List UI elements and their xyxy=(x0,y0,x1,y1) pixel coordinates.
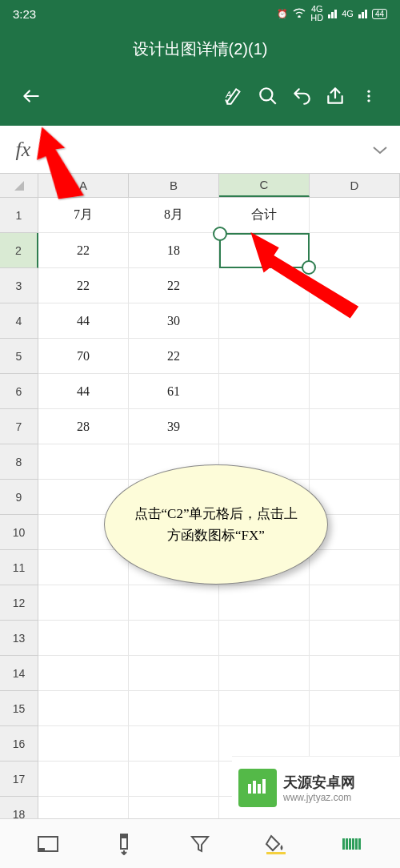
document-title: 设计出图详情(2)(1) xyxy=(0,27,400,71)
instruction-callout: 点击“C2”单元格后，点击上方函数图标“FX” xyxy=(104,464,328,585)
svg-point-4 xyxy=(367,99,370,102)
status-bar: 3:23 ⏰ 4GHD 4G 44 xyxy=(0,0,400,27)
app-header: 设计出图详情(2)(1) A xyxy=(0,27,400,126)
signal-2 xyxy=(328,10,337,18)
row-1: 17月8月合计 xyxy=(0,198,400,233)
svg-rect-20 xyxy=(355,838,358,850)
cell-a3[interactable]: 22 xyxy=(38,268,129,303)
share-button[interactable] xyxy=(318,79,352,113)
svg-point-3 xyxy=(367,94,370,97)
row-2: 22218 xyxy=(0,233,400,268)
svg-rect-21 xyxy=(358,838,361,850)
cell-a6[interactable]: 44 xyxy=(38,374,129,409)
cell-a7[interactable]: 28 xyxy=(38,409,129,444)
edit-style-button[interactable]: A xyxy=(218,79,251,113)
alarm-icon: ⏰ xyxy=(277,9,288,19)
svg-text:A: A xyxy=(225,90,231,99)
callout-text: 点击“C2”单元格后，点击上方函数图标“FX” xyxy=(133,503,299,546)
row-3: 32222 xyxy=(0,268,400,303)
cell-b3[interactable]: 22 xyxy=(129,268,219,303)
sheet-view-button[interactable] xyxy=(30,826,66,862)
signal-3: 4G xyxy=(342,9,354,18)
watermark-logo-icon xyxy=(238,769,277,807)
watermark: 天源安卓网 www.jytyaz.com xyxy=(232,756,400,818)
search-button[interactable] xyxy=(251,79,285,113)
svg-rect-7 xyxy=(248,784,251,794)
fill-color-button[interactable] xyxy=(258,826,294,862)
svg-rect-12 xyxy=(38,848,45,851)
svg-rect-17 xyxy=(346,838,348,850)
toolbar: A xyxy=(0,71,400,126)
row-12: 12 xyxy=(0,585,400,621)
svg-rect-16 xyxy=(342,838,345,850)
col-header-b[interactable]: B xyxy=(129,174,219,197)
cell-b1[interactable]: 8月 xyxy=(129,198,219,233)
signal-4 xyxy=(358,10,367,18)
undo-button[interactable] xyxy=(285,79,318,113)
cell-b6[interactable]: 61 xyxy=(129,374,219,409)
col-header-d[interactable]: D xyxy=(310,174,400,197)
status-right: ⏰ 4GHD 4G 44 xyxy=(277,5,387,22)
svg-rect-9 xyxy=(258,784,261,794)
select-all-corner[interactable] xyxy=(0,174,38,197)
row-14: 14 xyxy=(0,656,400,691)
row-13: 13 xyxy=(0,621,400,656)
keyboard-button[interactable] xyxy=(334,826,370,862)
svg-rect-8 xyxy=(253,781,256,794)
cell-d2[interactable] xyxy=(310,233,400,268)
svg-rect-14 xyxy=(121,834,127,838)
svg-rect-19 xyxy=(352,838,354,850)
cell-c1[interactable]: 合计 xyxy=(219,198,310,233)
watermark-title: 天源安卓网 xyxy=(283,773,355,792)
cell-a2[interactable]: 22 xyxy=(38,233,129,268)
row-7: 72839 xyxy=(0,409,400,444)
bottom-toolbar xyxy=(0,818,400,868)
svg-rect-18 xyxy=(349,838,351,850)
cell-a1[interactable]: 7月 xyxy=(38,198,129,233)
col-header-c[interactable]: C xyxy=(219,174,310,197)
watermark-url: www.jytyaz.com xyxy=(283,792,355,803)
svg-rect-15 xyxy=(266,852,286,854)
status-time: 3:23 xyxy=(13,7,36,21)
expand-formula-button[interactable] xyxy=(360,144,400,155)
signal-1: 4GHD xyxy=(310,5,323,22)
column-sort-button[interactable] xyxy=(106,826,142,862)
row-5: 57022 xyxy=(0,339,400,374)
more-button[interactable] xyxy=(352,79,386,113)
battery-indicator: 44 xyxy=(372,9,387,19)
wifi-icon xyxy=(293,8,306,19)
row-15: 15 xyxy=(0,691,400,726)
cell-c2[interactable] xyxy=(219,233,310,268)
formula-bar: fx xyxy=(0,126,400,174)
cell-b4[interactable]: 30 xyxy=(129,303,219,339)
svg-point-2 xyxy=(367,90,370,93)
cell-b5[interactable]: 22 xyxy=(129,339,219,374)
row-4: 44430 xyxy=(0,303,400,339)
svg-rect-10 xyxy=(262,779,266,794)
filter-button[interactable] xyxy=(182,826,218,862)
cell-a5[interactable]: 70 xyxy=(38,339,129,374)
cell-b7[interactable]: 39 xyxy=(129,409,219,444)
col-header-a[interactable]: A xyxy=(38,174,129,197)
cell-b2[interactable]: 18 xyxy=(129,233,219,268)
svg-point-1 xyxy=(260,88,272,100)
fx-button[interactable]: fx xyxy=(0,138,46,162)
back-button[interactable] xyxy=(14,79,48,113)
column-headers: A B C D xyxy=(0,174,400,198)
cell-d1[interactable] xyxy=(310,198,400,233)
row-6: 64461 xyxy=(0,374,400,409)
cell-a4[interactable]: 44 xyxy=(38,303,129,339)
